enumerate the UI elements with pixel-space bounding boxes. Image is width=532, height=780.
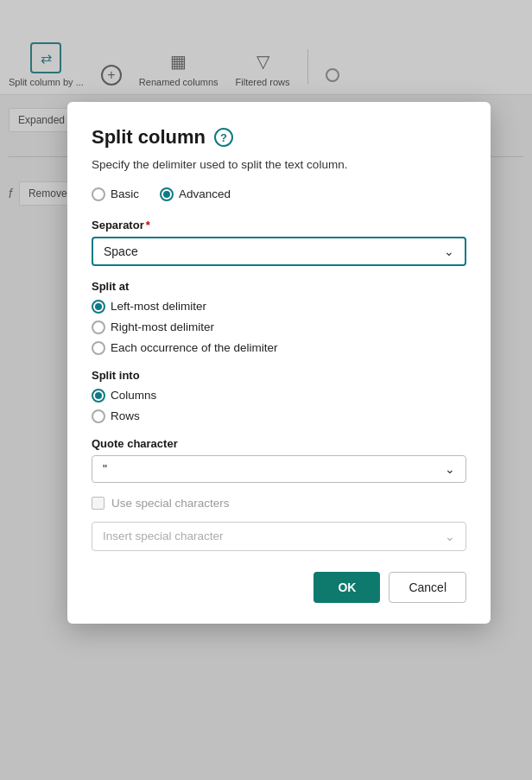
insert-special-character-chevron: ⌄ — [445, 530, 455, 543]
insert-special-character-dropdown[interactable]: Insert special character ⌄ — [92, 522, 466, 551]
use-special-characters-label: Use special characters — [111, 497, 230, 510]
advanced-label: Advanced — [179, 187, 231, 200]
advanced-option[interactable]: Advanced — [160, 187, 231, 201]
each-occurrence-radio[interactable] — [92, 341, 105, 355]
split-into-label: Split into — [92, 369, 466, 382]
button-row: OK Cancel — [92, 572, 466, 603]
columns-option[interactable]: Columns — [92, 389, 466, 403]
cancel-button[interactable]: Cancel — [389, 572, 466, 603]
each-occurrence-option[interactable]: Each occurrence of the delimiter — [92, 341, 466, 355]
separator-dropdown[interactable]: Space ⌄ — [92, 237, 466, 266]
split-at-options: Left-most delimiter Right-most delimiter… — [92, 300, 466, 355]
left-most-label: Left-most delimiter — [111, 300, 206, 313]
quote-character-value: " — [103, 462, 107, 476]
split-into-options: Columns Rows — [92, 389, 466, 423]
quote-character-label: Quote character — [92, 437, 466, 450]
columns-radio[interactable] — [92, 389, 105, 403]
required-star: * — [146, 219, 150, 231]
insert-special-character-placeholder: Insert special character — [103, 530, 224, 542]
left-most-radio[interactable] — [92, 300, 105, 314]
advanced-radio-fill — [163, 191, 170, 198]
columns-radio-fill — [95, 392, 102, 399]
separator-value: Space — [104, 244, 138, 258]
basic-label: Basic — [111, 187, 139, 200]
rows-radio[interactable] — [92, 409, 105, 423]
basic-radio[interactable] — [92, 187, 105, 201]
quote-character-dropdown[interactable]: " ⌄ — [92, 455, 466, 483]
split-column-modal: Split column ? Specify the delimiter use… — [67, 102, 491, 624]
use-special-characters-row[interactable]: Use special characters — [92, 497, 466, 510]
mode-row: Basic Advanced — [92, 187, 466, 201]
split-at-label: Split at — [92, 280, 466, 293]
separator-label: Separator* — [92, 219, 466, 231]
columns-label: Columns — [111, 389, 156, 402]
modal-subtitle: Specify the delimiter used to split the … — [92, 157, 466, 174]
help-icon[interactable]: ? — [214, 128, 233, 147]
basic-option[interactable]: Basic — [92, 187, 139, 201]
left-most-radio-fill — [95, 303, 102, 310]
rows-option[interactable]: Rows — [92, 409, 466, 423]
right-most-label: Right-most delimiter — [111, 320, 214, 333]
ok-button[interactable]: OK — [314, 572, 380, 603]
right-most-option[interactable]: Right-most delimiter — [92, 320, 466, 334]
left-most-option[interactable]: Left-most delimiter — [92, 300, 466, 314]
use-special-characters-checkbox[interactable] — [92, 497, 104, 510]
quote-character-chevron: ⌄ — [445, 462, 455, 476]
modal-title: Split column — [92, 126, 206, 149]
right-most-radio[interactable] — [92, 320, 105, 334]
modal-title-row: Split column ? — [92, 126, 466, 149]
advanced-radio[interactable] — [160, 187, 174, 201]
rows-label: Rows — [111, 409, 140, 422]
separator-chevron: ⌄ — [444, 244, 454, 258]
each-occurrence-label: Each occurrence of the delimiter — [111, 341, 278, 354]
